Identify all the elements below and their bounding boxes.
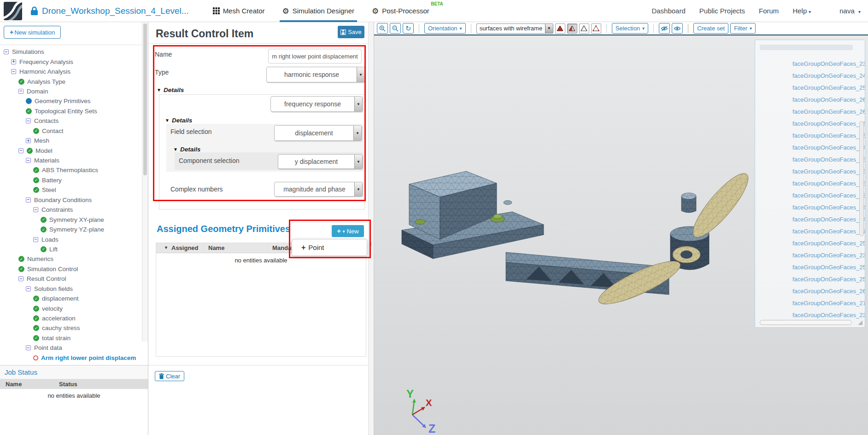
filter-button[interactable]: Filter ▾ [730,23,756,34]
face-list-clipped-row[interactable] [760,45,853,50]
zoom-fit-button[interactable] [377,23,388,34]
response-select[interactable]: frequency response ▼ [270,96,363,112]
mesh-view-solid-button[interactable] [555,23,565,34]
hide-selected-button[interactable] [659,23,670,34]
nav-help[interactable]: Help▾ [792,7,811,15]
sidebar-scrollbar[interactable] [142,22,148,342]
tree-item-symmetry-xy-plane[interactable]: ✓Symmetry XY-plane [0,215,141,224]
collapse-icon[interactable]: − [11,69,16,74]
collapse-icon[interactable]: − [26,345,31,350]
expand-icon[interactable]: + [11,59,16,64]
render-mode-select[interactable]: surfaces with wireframe ▼ [476,23,553,34]
menu-item-point[interactable]: + Point [301,244,324,252]
face-list-item[interactable]: faceGroupOnGeoFaces_253 [755,165,865,177]
mesh-view-half-button[interactable] [567,23,577,34]
face-list-item[interactable]: faceGroupOnGeoFaces_247 [755,70,865,81]
tab-mesh-creator[interactable]: Mesh Creator [213,0,265,22]
face-list-item[interactable]: faceGroupOnGeoFaces_266 [755,93,865,105]
selection-button[interactable]: Selection ▾ [612,23,649,34]
collapse-icon[interactable]: − [26,118,31,123]
field-selection-select[interactable]: displacement ▼ [274,125,362,141]
tree-item-point-data[interactable]: −Point data [0,343,141,353]
viewport-3d[interactable]: ↻ Orientation ▾ surfaces with wireframe … [374,22,868,435]
collapse-icon[interactable]: − [26,158,31,163]
tree-item-contacts[interactable]: −Contacts [0,116,141,126]
tree-item-simulations[interactable]: −Simulations [0,47,141,57]
details-header-3[interactable]: ▼ Details [173,146,200,153]
save-button[interactable]: Save [338,26,364,38]
tree-item-symmetry-yz-plane[interactable]: ✓Symmetry YZ-plane [0,225,141,234]
face-list-item[interactable]: faceGroupOnGeoFaces_265 [755,129,865,141]
face-panel-vscrollbar[interactable] [859,121,864,236]
face-list-item[interactable]: faceGroupOnGeoFaces_256 [755,273,865,285]
scrollbar-thumb[interactable] [143,23,147,175]
mesh-view-points-button[interactable] [591,23,601,34]
face-list-item[interactable]: faceGroupOnGeoFaces_237 [755,309,865,321]
tree-item-model[interactable]: −✓Model [0,145,141,155]
face-list-item[interactable]: faceGroupOnGeoFaces_235 [755,249,865,261]
user-menu[interactable]: nava ▾ [839,7,861,15]
face-list-item[interactable]: faceGroupOnGeoFaces_262 [755,285,865,297]
face-list-item[interactable]: faceGroupOnGeoFaces_252 [755,153,865,165]
type-select[interactable]: harmonic response ▼ [266,67,365,82]
tree-item-velocity[interactable]: ✓velocity [0,303,141,313]
tree-item-arm-right-lower-point-displacem[interactable]: Arm right lower point displacem [0,353,141,363]
face-list-item[interactable]: faceGroupOnGeoFaces_250 [755,237,865,249]
face-list-item[interactable]: faceGroupOnGeoFaces_271 [755,225,865,237]
tree-item-displacement[interactable]: ✓displacement [0,294,141,303]
details-header-2[interactable]: ▼ Details [165,117,192,124]
project-title[interactable]: Drone_Workshop_Session_4_Level... [42,6,189,16]
tree-item-acceleration[interactable]: ✓acceleration [0,313,141,323]
collapse-icon[interactable]: − [18,148,23,153]
collapse-icon[interactable]: − [33,237,38,242]
orientation-button[interactable]: Orientation ▾ [424,23,466,34]
collapse-icon[interactable]: − [4,49,9,54]
collapse-icon[interactable]: − [33,207,38,212]
panel-scrollbar[interactable]: ‖ [368,22,374,435]
zoom-out-button[interactable] [390,23,401,34]
collapse-icon[interactable]: − [26,197,31,203]
tab-post-processor[interactable]: ⚙ Post-Processor BETA [372,0,429,22]
create-set-button[interactable]: Create set [693,23,728,34]
tree-item-frequency-analysis[interactable]: +Frequency Analysis [0,57,141,66]
tree-item-mesh[interactable]: +Mesh [0,136,141,145]
sort-arrow-icon[interactable]: ▼ [164,245,168,250]
face-list-item[interactable]: faceGroupOnGeoFaces_255 [755,177,865,189]
collapse-icon[interactable]: − [18,89,23,94]
new-geometry-button[interactable]: + ▾ New [332,225,364,237]
show-selected-button[interactable] [672,23,683,34]
face-list-item[interactable]: faceGroupOnGeoFaces_254 [755,81,865,93]
tree-item-constraints[interactable]: −Constraints [0,205,141,215]
tree-item-domain[interactable]: −Domain [0,87,141,96]
face-list-item[interactable]: faceGroupOnGeoFaces_264 [755,105,865,117]
face-list-item[interactable]: faceGroupOnGeoFaces_242 [755,213,865,225]
face-list-item[interactable]: faceGroupOnGeoFaces_240 [755,201,865,213]
clear-button[interactable]: Clear [155,371,184,381]
tree-item-contact[interactable]: ✓Contact [0,126,141,136]
simscale-logo-icon[interactable] [4,2,22,20]
tree-item-lift[interactable]: ✓Lift [0,244,141,254]
name-input[interactable] [268,49,362,64]
complex-numbers-select[interactable]: magnitude and phase ▼ [274,182,363,197]
face-list-item[interactable]: faceGroupOnGeoFaces_245 [755,141,865,153]
tree-item-cauchy-stress[interactable]: ✓cauchy stress [0,323,141,333]
tab-simulation-designer[interactable]: ⚙ Simulation Designer [282,0,354,22]
component-selection-select[interactable]: y displacement ▼ [278,154,363,169]
collapse-icon[interactable]: − [18,276,23,281]
tree-item-analysis-type[interactable]: ✓Analysis Type [0,76,141,86]
face-panel-hscrollbar[interactable] [760,320,852,325]
tree-item-numerics[interactable]: ✓Numerics [0,254,141,264]
tree-item-harmonic-analysis[interactable]: −Harmonic Analysis [0,67,141,76]
face-list-item[interactable]: faceGroupOnGeoFaces_251 [755,261,865,273]
tree-item-total-strain[interactable]: ✓total strain [0,333,141,343]
new-simulation-button[interactable]: + New simulation [4,26,61,39]
resize-handle-icon[interactable] [858,320,862,325]
tree-item-materials[interactable]: −Materials [0,156,141,165]
tree-item-geometry-primitives[interactable]: Geometry Primitives [0,96,141,106]
face-list-item[interactable]: faceGroupOnGeoFaces_239 [755,189,865,201]
expand-icon[interactable]: + [26,138,31,143]
collapse-icon[interactable]: − [26,286,31,291]
face-list-item[interactable]: faceGroupOnGeoFaces_272 [755,297,865,309]
tree-item-steel[interactable]: ✓Steel [0,185,141,195]
tree-item-result-control[interactable]: −Result Control [0,274,141,284]
